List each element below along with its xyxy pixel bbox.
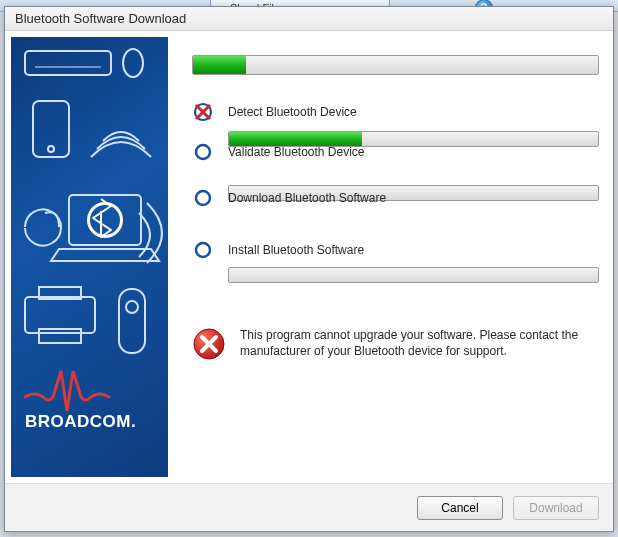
overall-progress-fill — [193, 56, 246, 74]
dialog-footer: Cancel Download — [5, 483, 613, 531]
svg-rect-0 — [25, 51, 111, 75]
step-install-label: Install Bluetooth Software — [228, 243, 364, 257]
error-message-row: This program cannot upgrade your softwar… — [192, 327, 599, 361]
step-validate-label: Validate Bluetooth Device — [228, 145, 365, 159]
error-message-text: This program cannot upgrade your softwar… — [240, 327, 599, 359]
sidebar-artwork: BROADCOM. — [11, 37, 168, 447]
pending-icon — [192, 141, 214, 163]
svg-rect-11 — [119, 289, 145, 353]
pending-icon — [192, 239, 214, 261]
main-panel: Detect Bluetooth Device Validate Bluetoo… — [168, 31, 613, 483]
step-download-label: Download Bluetooth Software — [228, 191, 386, 205]
svg-rect-3 — [33, 101, 69, 157]
step-detect-label: Detect Bluetooth Device — [228, 105, 357, 119]
error-icon — [192, 327, 226, 361]
svg-point-12 — [126, 301, 138, 313]
cancel-button[interactable]: Cancel — [417, 496, 503, 520]
step-detect: Detect Bluetooth Device — [192, 101, 599, 123]
installer-dialog: Bluetooth Software Download — [4, 6, 614, 532]
svg-point-2 — [123, 49, 143, 77]
pending-icon — [192, 187, 214, 209]
failed-icon — [192, 101, 214, 123]
vendor-logo-text: BROADCOM. — [25, 412, 136, 431]
svg-rect-8 — [25, 297, 95, 333]
download-button: Download — [513, 496, 599, 520]
svg-point-18 — [196, 243, 210, 257]
svg-point-4 — [48, 146, 54, 152]
svg-rect-10 — [39, 329, 81, 343]
overall-progress-bar — [192, 55, 599, 75]
step-install: Install Bluetooth Software — [192, 239, 599, 261]
step-install-progress — [228, 267, 599, 283]
branding-sidebar: BROADCOM. — [11, 37, 168, 477]
svg-point-16 — [196, 145, 210, 159]
svg-point-17 — [196, 191, 210, 205]
window-title: Bluetooth Software Download — [5, 7, 613, 31]
